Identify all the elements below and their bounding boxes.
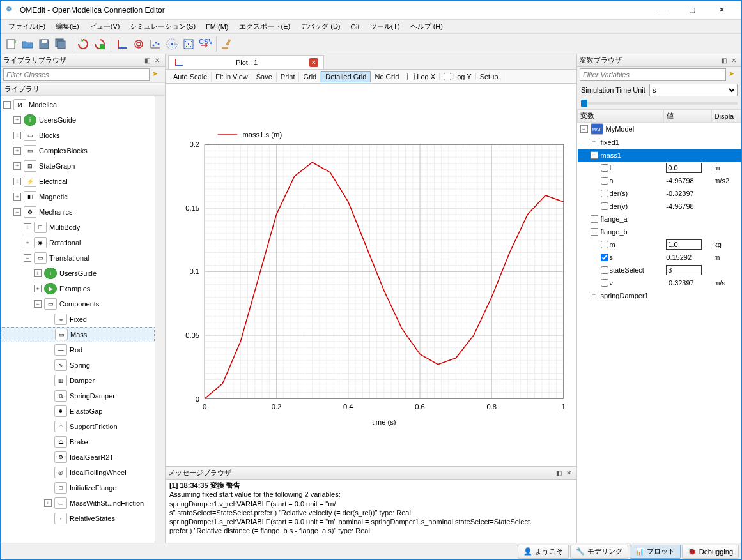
dock-close-icon[interactable]: ✕ <box>564 468 574 478</box>
clear-button[interactable] <box>220 36 235 52</box>
plot-toolbar-button[interactable]: Fit in View <box>212 72 252 82</box>
plot-parametric-button[interactable] <box>131 36 146 52</box>
tree-row[interactable]: +iUsersGuide <box>1 112 155 128</box>
tree-row[interactable]: ◦RelativeStates <box>1 511 155 526</box>
messages-body[interactable]: [1] 18:34:35 変換 警告 Assuming fixed start … <box>166 480 576 543</box>
plot-toolbar-button[interactable]: No Grid <box>371 72 403 82</box>
variable-checkbox[interactable] <box>601 254 608 261</box>
variable-row[interactable]: der(v)-4.96798 <box>578 200 741 213</box>
expander-icon[interactable]: + <box>34 269 42 277</box>
filter-go-icon[interactable]: ➤ <box>152 70 162 80</box>
expander-icon[interactable]: + <box>44 499 52 507</box>
variable-row[interactable]: Lm <box>578 162 741 174</box>
column-header[interactable]: 変数 <box>578 110 664 123</box>
variable-value-input[interactable] <box>666 163 702 173</box>
tree-row[interactable]: −▭Components <box>1 296 155 312</box>
plot-toolbar-button[interactable]: Grid <box>299 72 321 82</box>
tree-row[interactable]: +□MultiBody <box>1 220 155 235</box>
expander-icon[interactable]: + <box>13 147 21 155</box>
plot-toolbar-button[interactable]: Auto Scale <box>169 72 212 82</box>
animation-button[interactable] <box>164 36 180 52</box>
plot-toolbar-check[interactable]: Log X <box>403 73 440 80</box>
tree-row[interactable]: ⧉SpringDamper <box>1 388 155 404</box>
tree-row[interactable]: −▭Translational <box>1 250 155 266</box>
tree-row[interactable]: +▭ComplexBlocks <box>1 143 155 158</box>
filter-go-icon[interactable]: ➤ <box>729 70 739 80</box>
tree-row[interactable]: ⏃SupportFriction <box>1 419 155 434</box>
export-csv-button[interactable]: CSV <box>197 36 213 52</box>
menu-item[interactable]: Git <box>346 22 365 32</box>
menu-item[interactable]: ツール(T) <box>365 20 405 33</box>
expander-icon[interactable]: − <box>3 101 11 109</box>
expander-icon[interactable]: + <box>591 292 598 299</box>
variable-row[interactable]: −mass1 <box>578 149 741 162</box>
perspective-button[interactable]: 🔧モデリング <box>570 545 628 559</box>
plot-toolbar-button[interactable]: Print <box>277 72 300 82</box>
expander-icon[interactable]: + <box>591 228 598 236</box>
tree-row[interactable]: ⚙IdealGearR2T <box>1 450 155 465</box>
tree-row[interactable]: —Rod <box>1 342 155 358</box>
variable-row[interactable]: mkg <box>578 238 741 251</box>
expander-icon[interactable]: + <box>24 239 31 246</box>
variable-checkbox[interactable] <box>601 190 608 197</box>
variable-checkbox[interactable] <box>601 279 608 287</box>
tree-row[interactable]: +◉Rotational <box>1 235 155 250</box>
variable-row[interactable]: +flange_a <box>578 213 741 225</box>
expander-icon[interactable]: − <box>591 151 598 159</box>
expander-icon[interactable]: − <box>13 208 21 216</box>
tree-row[interactable]: □InitializeFlange <box>1 480 155 496</box>
expander-icon[interactable]: + <box>13 178 21 185</box>
expander-icon[interactable]: + <box>591 215 598 223</box>
tree-row[interactable]: ⏅Brake <box>1 434 155 450</box>
tree-row[interactable]: −MModelica <box>1 97 155 112</box>
menu-item[interactable]: ヘルプ (H) <box>405 20 448 33</box>
variables-table[interactable]: 変数値Displa−MATMyModel+fixed1−mass1Lma-4.9… <box>577 109 741 543</box>
tree-row[interactable]: ⏚Fixed <box>1 312 155 327</box>
perspective-button[interactable]: 🐞Debugging <box>682 545 739 559</box>
variable-row[interactable]: +fixed1 <box>578 136 741 149</box>
variable-checkbox[interactable] <box>601 177 608 185</box>
menu-item[interactable]: 編集(E) <box>50 20 84 33</box>
tree-row[interactable]: ▥Damper <box>1 373 155 388</box>
plot-array-button[interactable] <box>148 36 163 52</box>
tree-row[interactable]: +◧Magnetic <box>1 189 155 204</box>
perspective-button[interactable]: 👤ようこそ <box>518 545 569 559</box>
filter-variables-input[interactable] <box>580 68 726 81</box>
expander-icon[interactable]: + <box>591 139 598 146</box>
column-header[interactable]: Displa <box>711 110 741 123</box>
tree-row[interactable]: ⧯ElastoGap <box>1 404 155 419</box>
variable-value-input[interactable] <box>666 239 702 250</box>
new-file-button[interactable]: + <box>3 36 19 52</box>
menu-item[interactable]: FMI(M) <box>201 22 233 32</box>
simulate-setup-button[interactable] <box>92 36 107 52</box>
library-tree[interactable]: −MModelica+iUsersGuide+▭Blocks+▭ComplexB… <box>1 96 155 543</box>
expander-icon[interactable]: + <box>13 116 21 124</box>
tree-row[interactable]: +⊡StateGraph <box>1 158 155 174</box>
dock-float-icon[interactable]: ◧ <box>718 56 729 66</box>
variable-checkbox[interactable] <box>601 241 608 248</box>
variable-row[interactable]: v-0.32397m/s <box>578 276 741 289</box>
plot-xy-button[interactable] <box>114 36 130 52</box>
diagram-button[interactable] <box>181 36 196 52</box>
tree-row[interactable]: +⚡Electrical <box>1 174 155 189</box>
time-slider[interactable] <box>577 98 741 109</box>
plot-tab-close-icon[interactable]: ✕ <box>309 58 318 67</box>
variable-row[interactable]: s0.15292m <box>578 251 741 264</box>
variable-row[interactable]: −MATMyModel <box>578 123 741 136</box>
dock-close-icon[interactable]: ✕ <box>152 56 162 66</box>
expander-icon[interactable]: + <box>13 132 21 139</box>
scrollbar-vertical[interactable] <box>155 96 165 543</box>
menu-item[interactable]: デバッグ (D) <box>295 20 345 33</box>
expander-icon[interactable]: + <box>24 223 31 231</box>
menu-item[interactable]: ファイル(F) <box>3 20 50 33</box>
tree-row[interactable]: ▭Mass <box>1 327 155 342</box>
column-header[interactable]: 値 <box>663 110 711 123</box>
sim-time-unit-select[interactable]: s <box>649 84 738 96</box>
variable-checkbox[interactable] <box>601 164 608 172</box>
plot-toolbar-button[interactable]: Save <box>252 72 277 82</box>
expander-icon[interactable]: − <box>34 300 42 308</box>
variable-row[interactable]: stateSelect <box>578 264 741 276</box>
save-all-button[interactable] <box>53 36 68 52</box>
plot-tab[interactable]: Plot : 1 ✕ <box>168 55 324 69</box>
expander-icon[interactable]: + <box>13 162 21 170</box>
